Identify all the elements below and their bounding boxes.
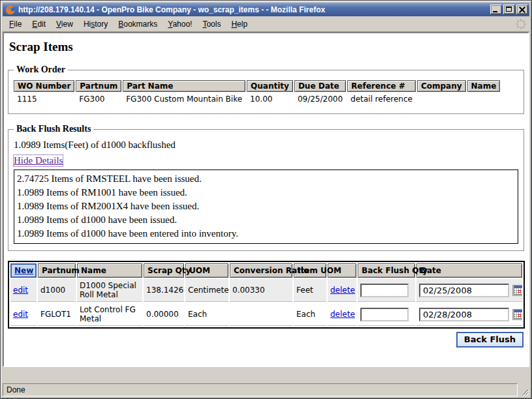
page-title: Scrap Items xyxy=(9,40,524,54)
work-order-header-row: WO NumberPartnumPart NameQuantityDue Dat… xyxy=(14,80,500,92)
wo-cell-wo-number: 1115 xyxy=(14,93,74,104)
back-flush-qty-cell xyxy=(358,279,415,302)
wo-cell-company xyxy=(417,93,466,104)
maximize-icon xyxy=(506,7,512,12)
window-title: http://208.179.140.14 - OpenPro Bike Com… xyxy=(18,5,488,14)
cell-scrap-qty: 138.14260 xyxy=(144,279,184,302)
scrap-table-header-row: New PartnumNameScrap QtyUOMConversion Ra… xyxy=(10,263,522,278)
scrap-col-back-flush-qty[interactable]: Back Flush Qty xyxy=(358,263,415,278)
cell-partnum: d1000 xyxy=(38,279,76,302)
close-button[interactable] xyxy=(516,5,528,14)
cell-name: Lot Control FG Metal xyxy=(77,303,142,326)
work-order-legend: Work Order xyxy=(14,65,68,75)
menu-tools[interactable]: Tools xyxy=(197,18,226,31)
work-order-fieldset: Work Order WO NumberPartnumPart NameQuan… xyxy=(8,65,524,114)
delete-link[interactable]: delete xyxy=(330,310,355,319)
date-field-group xyxy=(419,308,520,321)
menu-yahoo[interactable]: Yahoo! xyxy=(163,18,197,31)
cell-name: D1000 Special Roll Metal xyxy=(77,279,142,302)
calendar-icon[interactable] xyxy=(512,309,522,320)
scrap-col-conversion-ratio[interactable]: Conversion Ratio xyxy=(230,263,292,278)
scrap-col-name[interactable]: Name xyxy=(77,263,142,278)
work-order-table: WO NumberPartnumPart NameQuantityDue Dat… xyxy=(12,79,501,106)
date-cell xyxy=(416,279,522,302)
wo-col-due-date[interactable]: Due Date xyxy=(294,80,346,92)
cell-conversion-ratio xyxy=(230,303,292,326)
wo-cell-part-name: FG300 Custom Mountain Bike xyxy=(123,93,245,104)
back-flush-qty-input[interactable] xyxy=(360,284,409,297)
wo-col-partnum[interactable]: Partnum xyxy=(76,80,121,92)
scrap-col-item-uom[interactable]: Item UOM xyxy=(294,263,326,278)
scrap-table-body: editd1000D1000 Special Roll Metal138.142… xyxy=(10,279,522,326)
wo-col-quantity[interactable]: Quantity xyxy=(247,80,293,92)
menubar: FileEditViewHistoryBookmarksYahoo!ToolsH… xyxy=(3,16,529,32)
scrap-col-scrap-qty[interactable]: Scrap Qty xyxy=(144,263,184,278)
titlebar[interactable]: http://208.179.140.14 - OpenPro Bike Com… xyxy=(3,3,529,16)
date-input[interactable] xyxy=(419,308,509,321)
menu-help[interactable]: Help xyxy=(226,18,253,31)
edit-cell: edit xyxy=(10,279,37,302)
resize-grip-icon[interactable] xyxy=(520,387,529,396)
date-cell xyxy=(416,303,522,326)
menu-history[interactable]: History xyxy=(78,18,113,31)
cell-uom: Each xyxy=(185,303,228,326)
close-icon xyxy=(519,7,525,13)
hide-details-link[interactable]: Hide Details xyxy=(14,155,63,166)
page-content: Scrap Items Work Order WO NumberPartnumP… xyxy=(3,32,529,367)
cell-partnum: FGLOT1 xyxy=(38,303,76,326)
status-panel: Done xyxy=(3,383,518,396)
back-flush-button[interactable]: Back Flush xyxy=(456,332,524,347)
edit-cell: edit xyxy=(10,303,37,326)
browser-window: http://208.179.140.14 - OpenPro Bike Com… xyxy=(0,0,532,399)
work-order-body: 1115FG300FG300 Custom Mountain Bike10.00… xyxy=(14,93,500,104)
cell-conversion-ratio: 0.00330 xyxy=(230,279,292,302)
backflush-detail-line: 1.0989 Items of RM2001X4 have been issue… xyxy=(17,201,515,212)
minimize-button[interactable] xyxy=(490,5,502,14)
edit-link[interactable]: edit xyxy=(13,310,28,319)
scrap-table-row: editFGLOT1Lot Control FG Metal0.00000Eac… xyxy=(10,303,522,326)
scrap-col-date[interactable]: Date xyxy=(416,263,522,278)
back-flush-qty-cell xyxy=(358,303,415,326)
edit-link[interactable]: edit xyxy=(13,286,28,295)
wo-cell-partnum: FG300 xyxy=(76,93,121,104)
scrap-col-partnum[interactable]: Partnum xyxy=(38,263,76,278)
menu-edit[interactable]: Edit xyxy=(27,18,51,31)
wo-col-name[interactable]: Name xyxy=(467,80,501,92)
backflush-summary: 1.0989 Items(Feet) of d1000 backflushed xyxy=(14,140,520,151)
wo-col-company[interactable]: Company xyxy=(417,80,466,92)
new-link[interactable]: New xyxy=(14,266,33,275)
wo-cell-name xyxy=(467,93,501,104)
cell-item-uom: Feet xyxy=(294,279,326,302)
backflush-detail-line: 1.0989 Items of RM1001 have been issued. xyxy=(17,187,515,198)
new-button-cell[interactable]: New xyxy=(10,263,37,278)
scrap-col-uom[interactable]: UOM xyxy=(185,263,228,278)
date-field-group xyxy=(419,284,520,297)
delete-link[interactable]: delete xyxy=(330,286,355,295)
cell-uom: Centimeter xyxy=(185,279,228,302)
scrap-table-row: editd1000D1000 Special Roll Metal138.142… xyxy=(10,279,522,302)
wo-col-wo-number[interactable]: WO Number xyxy=(14,80,74,92)
delete-cell: delete xyxy=(328,279,356,302)
backflush-detail-line: 1.0989 Items of d1000 have been entered … xyxy=(17,228,515,239)
wo-cell-due-date: 09/25/2000 xyxy=(294,93,346,104)
wo-cell-quantity: 10.00 xyxy=(247,93,293,104)
wo-cell-reference: detail reference xyxy=(347,93,416,104)
back-flush-results-fieldset: Back Flush Results 1.0989 Items(Feet) of… xyxy=(8,124,524,251)
wo-col-reference[interactable]: Reference # xyxy=(347,80,416,92)
delete-cell: delete xyxy=(328,303,356,326)
backflush-detail-line: 2.74725 Items of RMSTEEL have been issue… xyxy=(17,173,515,185)
wo-col-part-name[interactable]: Part Name xyxy=(123,80,245,92)
status-text: Done xyxy=(7,385,25,394)
backflush-detail-line: 1.0989 Items of d1000 have been issued. xyxy=(17,214,515,226)
back-flush-qty-input[interactable] xyxy=(360,308,409,321)
minimize-icon xyxy=(493,11,497,12)
firefox-icon[interactable] xyxy=(5,5,16,15)
menu-bookmarks[interactable]: Bookmarks xyxy=(113,18,163,31)
work-order-row: 1115FG300FG300 Custom Mountain Bike10.00… xyxy=(14,93,500,104)
date-input[interactable] xyxy=(419,284,509,297)
maximize-button[interactable] xyxy=(503,5,515,14)
menu-file[interactable]: File xyxy=(4,18,27,31)
calendar-icon[interactable] xyxy=(512,285,522,296)
statusbar: Done xyxy=(3,382,529,396)
menu-view[interactable]: View xyxy=(51,18,78,31)
